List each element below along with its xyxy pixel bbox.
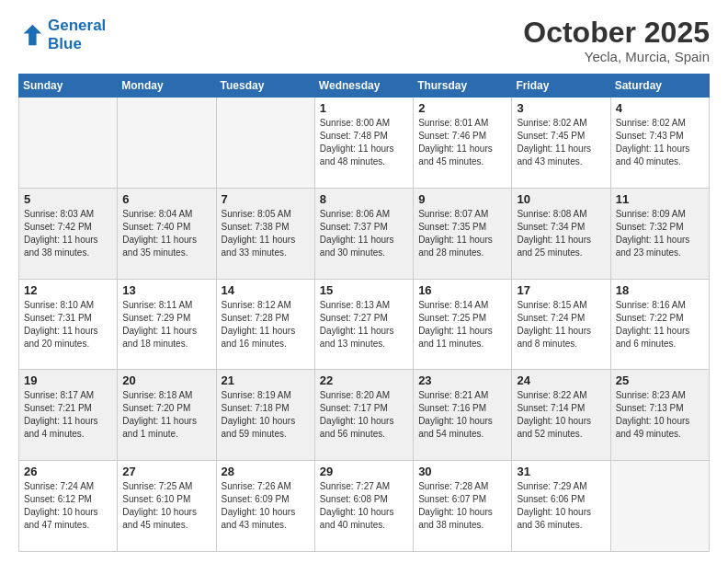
calendar-cell: 21Sunrise: 8:19 AM Sunset: 7:18 PM Dayli… <box>216 370 314 461</box>
day-number: 21 <box>222 373 310 387</box>
calendar-cell: 30Sunrise: 7:28 AM Sunset: 6:07 PM Dayli… <box>414 461 512 552</box>
calendar-cell: 1Sunrise: 8:00 AM Sunset: 7:48 PM Daylig… <box>314 98 413 189</box>
day-number: 9 <box>418 192 506 206</box>
calendar-cell <box>19 98 118 189</box>
calendar-day-header: Tuesday <box>216 75 314 98</box>
day-info: Sunrise: 8:04 AM Sunset: 7:40 PM Dayligh… <box>122 208 210 259</box>
day-number: 7 <box>222 192 310 206</box>
day-info: Sunrise: 8:10 AM Sunset: 7:31 PM Dayligh… <box>24 299 112 350</box>
month-title: October 2025 <box>523 17 710 49</box>
day-info: Sunrise: 7:25 AM Sunset: 6:10 PM Dayligh… <box>122 480 210 532</box>
day-info: Sunrise: 8:03 AM Sunset: 7:42 PM Dayligh… <box>24 208 112 259</box>
calendar-table: SundayMondayTuesdayWednesdayThursdayFrid… <box>18 74 710 552</box>
calendar-week-row: 12Sunrise: 8:10 AM Sunset: 7:31 PM Dayli… <box>19 279 710 370</box>
day-info: Sunrise: 7:27 AM Sunset: 6:08 PM Dayligh… <box>320 480 408 532</box>
day-info: Sunrise: 8:14 AM Sunset: 7:25 PM Dayligh… <box>418 299 506 350</box>
calendar-cell: 14Sunrise: 8:12 AM Sunset: 7:28 PM Dayli… <box>216 279 314 370</box>
page: General Blue October 2025 Yecla, Murcia,… <box>0 0 728 563</box>
calendar-cell <box>216 98 314 189</box>
calendar-cell: 24Sunrise: 8:22 AM Sunset: 7:14 PM Dayli… <box>512 370 610 461</box>
day-number: 10 <box>517 192 605 206</box>
calendar-cell: 17Sunrise: 8:15 AM Sunset: 7:24 PM Dayli… <box>512 279 610 370</box>
calendar-day-header: Monday <box>118 75 216 98</box>
calendar-cell: 5Sunrise: 8:03 AM Sunset: 7:42 PM Daylig… <box>19 188 118 279</box>
day-number: 15 <box>320 283 408 297</box>
day-info: Sunrise: 8:02 AM Sunset: 7:45 PM Dayligh… <box>517 117 605 168</box>
day-number: 18 <box>616 283 704 297</box>
day-number: 1 <box>320 101 408 115</box>
location: Yecla, Murcia, Spain <box>523 49 710 64</box>
calendar-day-header: Sunday <box>19 75 118 98</box>
calendar-cell: 19Sunrise: 8:17 AM Sunset: 7:21 PM Dayli… <box>19 370 118 461</box>
day-info: Sunrise: 8:18 AM Sunset: 7:20 PM Dayligh… <box>122 389 210 441</box>
logo: General Blue <box>18 17 106 53</box>
day-info: Sunrise: 7:29 AM Sunset: 6:06 PM Dayligh… <box>517 480 605 532</box>
day-info: Sunrise: 8:00 AM Sunset: 7:48 PM Dayligh… <box>320 117 408 168</box>
day-info: Sunrise: 8:23 AM Sunset: 7:13 PM Dayligh… <box>616 389 704 441</box>
calendar-header-row: SundayMondayTuesdayWednesdayThursdayFrid… <box>19 75 710 98</box>
calendar-cell <box>610 461 709 552</box>
calendar-cell <box>118 98 216 189</box>
calendar-cell: 12Sunrise: 8:10 AM Sunset: 7:31 PM Dayli… <box>19 279 118 370</box>
calendar-day-header: Friday <box>512 75 610 98</box>
svg-marker-0 <box>24 25 42 45</box>
calendar-cell: 6Sunrise: 8:04 AM Sunset: 7:40 PM Daylig… <box>118 188 216 279</box>
day-info: Sunrise: 8:02 AM Sunset: 7:43 PM Dayligh… <box>616 117 704 168</box>
day-info: Sunrise: 8:11 AM Sunset: 7:29 PM Dayligh… <box>122 299 210 350</box>
calendar-cell: 23Sunrise: 8:21 AM Sunset: 7:16 PM Dayli… <box>414 370 512 461</box>
day-info: Sunrise: 7:24 AM Sunset: 6:12 PM Dayligh… <box>24 480 112 532</box>
calendar-week-row: 26Sunrise: 7:24 AM Sunset: 6:12 PM Dayli… <box>19 461 710 552</box>
calendar-cell: 4Sunrise: 8:02 AM Sunset: 7:43 PM Daylig… <box>610 98 709 189</box>
calendar-week-row: 1Sunrise: 8:00 AM Sunset: 7:48 PM Daylig… <box>19 98 710 189</box>
day-number: 17 <box>517 283 605 297</box>
calendar-cell: 10Sunrise: 8:08 AM Sunset: 7:34 PM Dayli… <box>512 188 610 279</box>
day-number: 31 <box>517 465 605 478</box>
calendar-week-row: 19Sunrise: 8:17 AM Sunset: 7:21 PM Dayli… <box>19 370 710 461</box>
calendar-week-row: 5Sunrise: 8:03 AM Sunset: 7:42 PM Daylig… <box>19 188 710 279</box>
day-number: 5 <box>24 192 112 206</box>
day-number: 26 <box>24 465 112 478</box>
calendar-cell: 9Sunrise: 8:07 AM Sunset: 7:35 PM Daylig… <box>414 188 512 279</box>
day-info: Sunrise: 8:22 AM Sunset: 7:14 PM Dayligh… <box>517 389 605 441</box>
day-info: Sunrise: 8:09 AM Sunset: 7:32 PM Dayligh… <box>616 208 704 259</box>
day-number: 27 <box>122 465 210 478</box>
day-info: Sunrise: 8:15 AM Sunset: 7:24 PM Dayligh… <box>517 299 605 350</box>
day-number: 29 <box>320 465 408 478</box>
header: General Blue October 2025 Yecla, Murcia,… <box>18 17 710 64</box>
day-info: Sunrise: 8:08 AM Sunset: 7:34 PM Dayligh… <box>517 208 605 259</box>
day-number: 13 <box>122 283 210 297</box>
calendar-cell: 8Sunrise: 8:06 AM Sunset: 7:37 PM Daylig… <box>314 188 413 279</box>
calendar-cell: 2Sunrise: 8:01 AM Sunset: 7:46 PM Daylig… <box>414 98 512 189</box>
calendar-cell: 26Sunrise: 7:24 AM Sunset: 6:12 PM Dayli… <box>19 461 118 552</box>
day-number: 25 <box>616 373 704 387</box>
day-number: 20 <box>122 373 210 387</box>
day-number: 3 <box>517 101 605 115</box>
day-info: Sunrise: 8:12 AM Sunset: 7:28 PM Dayligh… <box>222 299 310 350</box>
day-number: 28 <box>222 465 310 478</box>
calendar-cell: 3Sunrise: 8:02 AM Sunset: 7:45 PM Daylig… <box>512 98 610 189</box>
day-number: 24 <box>517 373 605 387</box>
day-number: 23 <box>418 373 506 387</box>
day-info: Sunrise: 7:26 AM Sunset: 6:09 PM Dayligh… <box>222 480 310 532</box>
calendar-cell: 25Sunrise: 8:23 AM Sunset: 7:13 PM Dayli… <box>610 370 709 461</box>
calendar-cell: 27Sunrise: 7:25 AM Sunset: 6:10 PM Dayli… <box>118 461 216 552</box>
logo-text: General Blue <box>48 17 106 53</box>
calendar-cell: 16Sunrise: 8:14 AM Sunset: 7:25 PM Dayli… <box>414 279 512 370</box>
calendar-cell: 7Sunrise: 8:05 AM Sunset: 7:38 PM Daylig… <box>216 188 314 279</box>
day-number: 4 <box>616 101 704 115</box>
calendar-day-header: Wednesday <box>314 75 413 98</box>
day-info: Sunrise: 8:19 AM Sunset: 7:18 PM Dayligh… <box>222 389 310 441</box>
calendar-cell: 29Sunrise: 7:27 AM Sunset: 6:08 PM Dayli… <box>314 461 413 552</box>
day-info: Sunrise: 8:17 AM Sunset: 7:21 PM Dayligh… <box>24 389 112 441</box>
day-number: 8 <box>320 192 408 206</box>
calendar-cell: 13Sunrise: 8:11 AM Sunset: 7:29 PM Dayli… <box>118 279 216 370</box>
calendar-day-header: Thursday <box>414 75 512 98</box>
calendar-cell: 15Sunrise: 8:13 AM Sunset: 7:27 PM Dayli… <box>314 279 413 370</box>
calendar-day-header: Saturday <box>610 75 709 98</box>
day-info: Sunrise: 8:05 AM Sunset: 7:38 PM Dayligh… <box>222 208 310 259</box>
day-number: 19 <box>24 373 112 387</box>
day-info: Sunrise: 7:28 AM Sunset: 6:07 PM Dayligh… <box>418 480 506 532</box>
day-info: Sunrise: 8:21 AM Sunset: 7:16 PM Dayligh… <box>418 389 506 441</box>
calendar-cell: 20Sunrise: 8:18 AM Sunset: 7:20 PM Dayli… <box>118 370 216 461</box>
day-number: 30 <box>418 465 506 478</box>
